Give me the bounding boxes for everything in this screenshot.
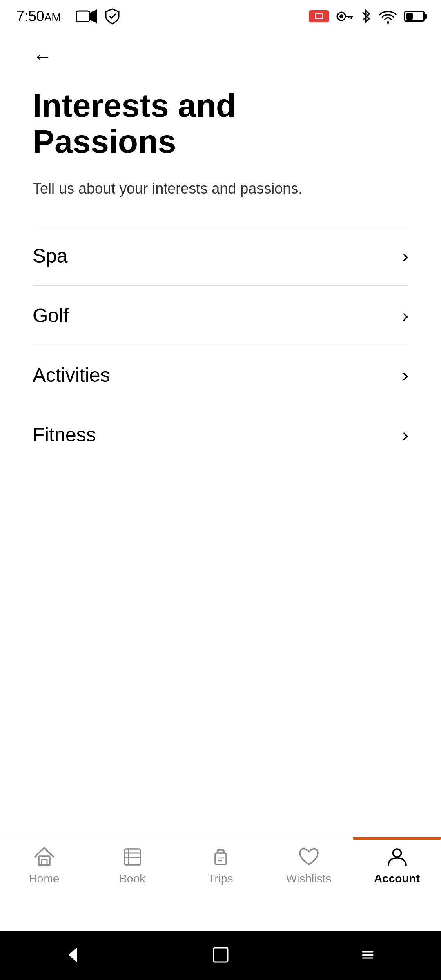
back-arrow-icon: ← [33, 45, 52, 67]
interest-label-spa: Spa [33, 245, 67, 267]
svg-marker-1 [90, 9, 97, 23]
battery-icon [404, 11, 425, 22]
svg-rect-0 [76, 11, 89, 22]
interest-item-golf[interactable]: Golf › [33, 286, 408, 345]
nav-label-account: Account [374, 872, 420, 885]
svg-point-3 [339, 14, 343, 18]
nav-item-account[interactable]: Account [353, 846, 441, 885]
bottom-nav: Home Book Trips Wishlists A [0, 837, 441, 931]
chevron-right-spa: › [402, 246, 408, 266]
svg-rect-19 [214, 948, 228, 962]
interest-item-fitness[interactable]: Fitness › [33, 405, 408, 441]
chevron-right-activities: › [402, 365, 408, 385]
nav-label-book: Book [119, 872, 145, 885]
chevron-right-golf: › [402, 305, 408, 326]
android-home-button[interactable] [212, 946, 230, 966]
svg-point-17 [393, 849, 401, 857]
android-recents-button[interactable] [359, 946, 377, 966]
svg-point-7 [387, 21, 389, 24]
interest-item-activities[interactable]: Activities › [33, 345, 408, 405]
svg-marker-18 [69, 948, 77, 962]
status-icons-left [76, 8, 120, 24]
svg-rect-8 [39, 856, 50, 865]
home-icon [33, 846, 56, 868]
chevron-right-fitness: › [402, 425, 408, 441]
status-time: 7:50AM [16, 8, 61, 25]
interest-item-spa[interactable]: Spa › [33, 226, 408, 286]
android-recents-icon [359, 946, 377, 964]
wishlists-icon [298, 846, 320, 868]
interest-label-activities: Activities [33, 364, 110, 386]
android-nav [0, 931, 441, 980]
android-back-icon [65, 946, 83, 964]
android-back-button[interactable] [65, 946, 83, 966]
nav-item-home[interactable]: Home [0, 846, 88, 885]
page-subtitle: Tell us about your interests and passion… [33, 180, 408, 197]
nav-label-trips: Trips [208, 872, 233, 885]
record-icon [309, 10, 329, 22]
svg-rect-9 [42, 860, 47, 865]
account-icon [386, 846, 408, 868]
nav-label-home: Home [29, 872, 60, 885]
nav-item-book[interactable]: Book [88, 846, 176, 885]
video-icon [76, 9, 97, 23]
back-button[interactable]: ← [33, 45, 408, 67]
trips-icon [209, 846, 232, 868]
book-icon [121, 846, 144, 868]
key-icon [336, 10, 353, 22]
page-title: Interests andPassions [33, 88, 408, 160]
interest-label-fitness: Fitness [33, 423, 96, 441]
main-content: ← Interests andPassions Tell us about yo… [0, 33, 441, 441]
bluetooth-icon [360, 8, 372, 24]
interests-list: Spa › Golf › Activities › Fitness › [33, 226, 408, 441]
wifi-icon [379, 9, 397, 24]
status-bar: 7:50AM [0, 0, 441, 33]
svg-rect-14 [215, 853, 226, 864]
android-home-icon [212, 946, 230, 964]
shield-icon [104, 8, 120, 24]
status-icons-right [309, 8, 425, 24]
nav-item-trips[interactable]: Trips [176, 846, 265, 885]
interest-label-golf: Golf [33, 304, 69, 327]
nav-label-wishlists: Wishlists [286, 872, 331, 885]
nav-item-wishlists[interactable]: Wishlists [265, 846, 353, 885]
spacer [0, 441, 441, 837]
